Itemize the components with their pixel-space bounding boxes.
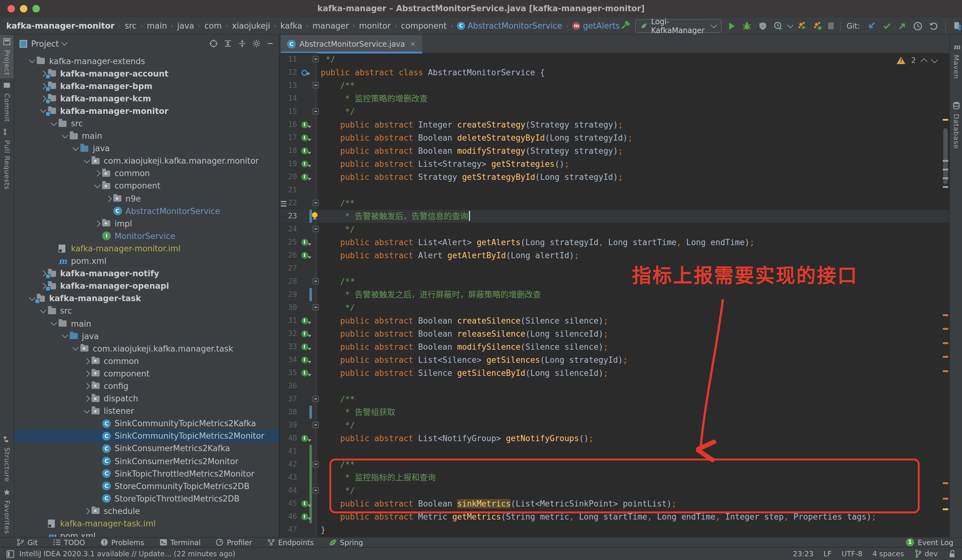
tool-window-switcher-icon[interactable] xyxy=(6,550,15,558)
code-text[interactable]: public abstract List<Strategy> getStrate… xyxy=(320,158,949,171)
code-text[interactable]: public abstract Boolean createSilence(Si… xyxy=(320,314,949,327)
unlock-icon[interactable] xyxy=(947,549,956,558)
tree-chevron-icon[interactable] xyxy=(60,335,69,337)
code-line[interactable]: 25 public abstract List<Alert> getAlerts… xyxy=(279,236,949,249)
sidebar-tab-maven[interactable]: mMaven xyxy=(950,40,962,82)
breadcrumb-item[interactable]: monitor› xyxy=(359,21,401,31)
tree-item[interactable]: component xyxy=(15,180,279,192)
code-line[interactable]: 30 */ xyxy=(279,301,949,314)
code-line[interactable]: 41 xyxy=(279,445,949,458)
breadcrumb-item[interactable]: com› xyxy=(205,21,232,31)
code-line[interactable]: 32 public abstract Boolean releaseSilenc… xyxy=(279,327,949,340)
code-text[interactable]: public abstract Integer createStrategy(S… xyxy=(320,118,949,131)
profiler-attach-run-icon[interactable] xyxy=(797,20,808,31)
tree-item[interactable]: src xyxy=(15,117,279,130)
tree-item[interactable]: com.xiaojukeji.kafka.manager.monitor xyxy=(15,155,279,167)
tree-item[interactable]: kafka-manager-extends xyxy=(15,55,279,67)
stripe-mark[interactable] xyxy=(943,356,948,358)
breadcrumb-item[interactable]: component› xyxy=(401,21,457,31)
code-line[interactable]: 14 * 监控策略的增删改查 xyxy=(279,92,949,105)
implemented-gutter-icon[interactable] xyxy=(300,513,310,520)
code-text[interactable]: */ xyxy=(320,105,949,118)
sidebar-tab-project[interactable]: Project xyxy=(0,35,14,79)
history-icon[interactable] xyxy=(912,20,923,31)
stripe-mark[interactable] xyxy=(943,169,948,171)
code-line[interactable]: 24 */ xyxy=(279,223,949,236)
tree-item[interactable]: com.xiaojukeji.kafka.manager.task xyxy=(15,342,279,355)
tree-chevron-icon[interactable] xyxy=(49,322,58,325)
code-text[interactable]: /** xyxy=(320,196,949,210)
code-line[interactable]: 21 xyxy=(279,183,949,196)
stripe-mark[interactable] xyxy=(943,498,948,500)
tree-item[interactable]: config xyxy=(15,380,279,392)
tool-window-button-problems[interactable]: Problems xyxy=(100,538,144,547)
code-line[interactable]: 29 * 告警被触发之后，进行屏蔽时，屏蔽策略的增删改查 xyxy=(279,288,949,301)
editor-tab[interactable]: AbstractMonitorService.java × xyxy=(281,35,422,53)
code-text[interactable]: */ xyxy=(320,419,949,432)
tree-item[interactable]: kafka-manager-openapi xyxy=(15,280,279,292)
code-text[interactable]: public abstract Boolean modifySilence(Si… xyxy=(320,340,949,353)
implemented-gutter-icon[interactable] xyxy=(300,435,310,442)
profile-button[interactable] xyxy=(773,20,784,31)
implemented-gutter-icon[interactable] xyxy=(300,500,310,507)
subclassed-gutter-icon[interactable] xyxy=(300,69,310,76)
implemented-gutter-icon[interactable] xyxy=(300,370,310,377)
fold-start-icon[interactable] xyxy=(313,461,319,467)
tree-item[interactable]: StoreTopicThrottledMetrics2DB xyxy=(15,492,279,505)
stripe-mark[interactable] xyxy=(943,186,948,188)
tree-chevron-icon[interactable] xyxy=(82,396,91,401)
tree-item[interactable]: SinkConsumerMetrics2Kafka xyxy=(15,443,279,455)
code-line[interactable]: 38 * 告警组获取 xyxy=(279,406,949,419)
implemented-gutter-icon[interactable] xyxy=(300,161,310,167)
code-line[interactable]: 16 public abstract Integer createStrateg… xyxy=(279,118,949,131)
tool-window-button-terminal[interactable]: Terminal xyxy=(159,538,200,547)
stripe-mark[interactable] xyxy=(943,370,948,372)
sidebar-tab-database[interactable]: Database xyxy=(950,98,962,152)
run-button[interactable] xyxy=(726,20,737,31)
code-text[interactable]: public abstract class AbstractMonitorSer… xyxy=(320,66,949,79)
code-line[interactable]: 35 public abstract Silence getSilenceByI… xyxy=(279,367,949,380)
editor-body[interactable]: 11 */12public abstract class AbstractMon… xyxy=(279,53,949,537)
code-text[interactable]: * 告警组获取 xyxy=(320,406,949,419)
tree-chevron-icon[interactable] xyxy=(104,196,113,201)
expand-all-icon[interactable] xyxy=(224,39,232,48)
code-text[interactable]: public abstract Boolean modifyStrategy(S… xyxy=(320,144,949,158)
implemented-gutter-icon[interactable] xyxy=(300,357,310,364)
tree-chevron-icon[interactable] xyxy=(27,60,37,62)
line-ending[interactable]: LF xyxy=(823,549,831,558)
sidebar-tab-structure[interactable]: Structure xyxy=(0,433,14,485)
tree-item[interactable]: n9e xyxy=(15,192,279,205)
sidebar-tab-commit[interactable]: Commit xyxy=(0,79,14,125)
git-push-button[interactable] xyxy=(897,20,908,31)
tree-item[interactable]: kafka-manager-notify xyxy=(15,267,279,280)
stripe-mark[interactable] xyxy=(943,314,948,316)
code-line[interactable]: 19 public abstract List<Strategy> getStr… xyxy=(279,158,949,171)
breadcrumb-item[interactable]: main› xyxy=(147,21,177,31)
tree-item[interactable]: common xyxy=(15,167,279,180)
breadcrumb-item[interactable]: mgetAlerts xyxy=(573,21,620,31)
next-warning-icon[interactable] xyxy=(931,56,938,63)
tree-item[interactable]: SinkCommunityTopicMetrics2Monitor xyxy=(15,430,279,443)
tree-item[interactable]: java xyxy=(15,330,279,342)
fold-end-icon[interactable] xyxy=(313,487,319,493)
code-text[interactable]: * 监控策略的增删改查 xyxy=(320,92,949,105)
event-log-button[interactable]: 1Event Log xyxy=(906,538,953,547)
code-line[interactable]: 22 /** xyxy=(279,196,949,210)
code-line[interactable]: 39 */ xyxy=(279,419,949,432)
debug-button[interactable] xyxy=(742,20,753,31)
code-line[interactable]: 31 public abstract Boolean createSilence… xyxy=(279,314,949,327)
fold-end-icon[interactable] xyxy=(313,304,319,311)
code-line[interactable]: 15 */ xyxy=(279,105,949,118)
status-message[interactable]: IntelliJ IDEA 2020.3.1 available // Upda… xyxy=(19,549,236,558)
fold-start-icon[interactable] xyxy=(313,200,319,206)
collapse-all-icon[interactable] xyxy=(238,39,247,48)
inspections-widget[interactable]: 2 xyxy=(897,56,937,65)
tree-item[interactable]: SinkCommunityTopicMetrics2Kafka xyxy=(15,417,279,430)
tree-chevron-icon[interactable] xyxy=(93,185,102,187)
diff-viewer-icon[interactable] xyxy=(952,20,962,31)
code-text[interactable]: */ xyxy=(320,223,949,236)
tree-item[interactable]: schedule xyxy=(15,505,279,517)
tree-item[interactable]: SinkTopicThrottledMetrics2Monitor xyxy=(15,467,279,480)
code-line[interactable]: 47} xyxy=(279,523,949,536)
tree-chevron-icon[interactable] xyxy=(60,135,69,137)
